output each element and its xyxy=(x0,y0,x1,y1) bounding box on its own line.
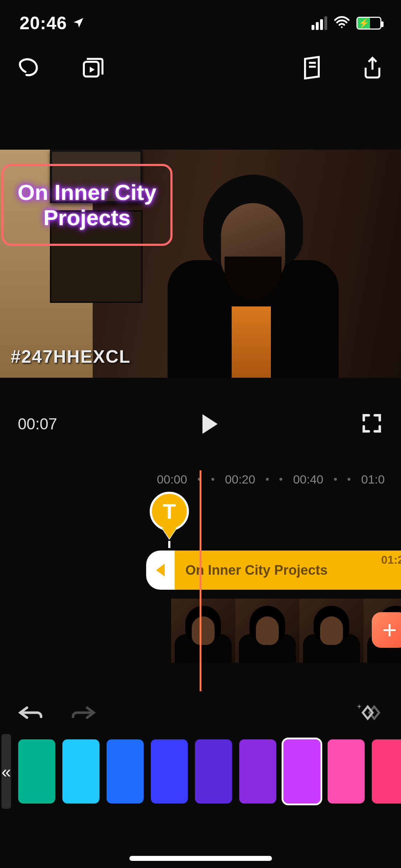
caption-trim-handle[interactable] xyxy=(146,551,175,590)
ruler-tick: 00:40 xyxy=(293,472,323,486)
caption-clip-duration: 01:25 xyxy=(381,553,401,567)
play-square-icon[interactable] xyxy=(80,55,105,80)
wifi-icon xyxy=(334,14,350,32)
status-time: 20:46 xyxy=(20,13,67,33)
home-indicator[interactable] xyxy=(129,856,272,861)
ruler-tick: 00:00 xyxy=(157,472,187,486)
color-swatch[interactable] xyxy=(283,739,320,804)
location-icon xyxy=(72,13,85,33)
playback-controls: 00:07 xyxy=(0,378,401,470)
status-bar: 20:46 ⚡ xyxy=(0,0,401,46)
caption-clip[interactable]: On Inner City Projects 01:25 xyxy=(175,551,401,590)
ruler-tick: 00:20 xyxy=(225,472,255,486)
current-time: 00:07 xyxy=(18,415,57,433)
cellular-signal-icon xyxy=(312,16,327,30)
color-swatch[interactable] xyxy=(151,739,188,804)
ruler-tick: 01:0 xyxy=(361,472,385,486)
color-swatch[interactable] xyxy=(18,739,55,804)
color-swatch[interactable] xyxy=(328,739,365,804)
guide-icon[interactable] xyxy=(299,55,324,80)
caption-track: On Inner City Projects 01:25 xyxy=(146,551,401,590)
video-preview[interactable]: On Inner City Projects #247HHEXCL xyxy=(0,150,401,378)
svg-text:+: + xyxy=(357,702,361,711)
color-swatch[interactable] xyxy=(107,739,144,804)
undo-button[interactable] xyxy=(18,704,43,722)
color-palette: « xyxy=(0,734,401,809)
timeline[interactable]: 00:00 00:20 00:40 01:0 T On Inner City P… xyxy=(0,470,401,691)
home-icon[interactable] xyxy=(16,55,41,80)
color-swatch[interactable] xyxy=(239,739,276,804)
caption-line1: On Inner City xyxy=(17,180,156,205)
keyframe-button[interactable]: + xyxy=(355,702,383,723)
history-controls: + xyxy=(0,691,401,734)
play-button[interactable] xyxy=(197,412,222,436)
fullscreen-button[interactable] xyxy=(362,413,383,435)
color-swatch[interactable] xyxy=(62,739,99,804)
video-thumb[interactable] xyxy=(299,599,364,663)
add-clip-button[interactable]: + xyxy=(372,612,401,648)
share-icon[interactable] xyxy=(360,55,385,80)
redo-button xyxy=(71,704,96,722)
caption-line2: Projects xyxy=(17,205,156,230)
video-thumb[interactable] xyxy=(235,599,299,663)
battery-icon: ⚡ xyxy=(356,17,381,30)
video-thumb[interactable] xyxy=(171,599,235,663)
top-toolbar xyxy=(0,46,401,89)
caption-overlay[interactable]: On Inner City Projects xyxy=(1,164,173,246)
video-track[interactable]: + xyxy=(171,599,401,663)
color-swatch[interactable] xyxy=(195,739,232,804)
collapse-palette-button[interactable]: « xyxy=(1,734,11,809)
playhead[interactable] xyxy=(200,470,201,691)
text-track-marker[interactable]: T xyxy=(150,492,189,542)
watermark: #247HHEXCL xyxy=(11,346,131,367)
color-swatch[interactable] xyxy=(372,739,401,804)
text-marker-label: T xyxy=(150,492,189,531)
caption-clip-text: On Inner City Projects xyxy=(185,563,328,578)
